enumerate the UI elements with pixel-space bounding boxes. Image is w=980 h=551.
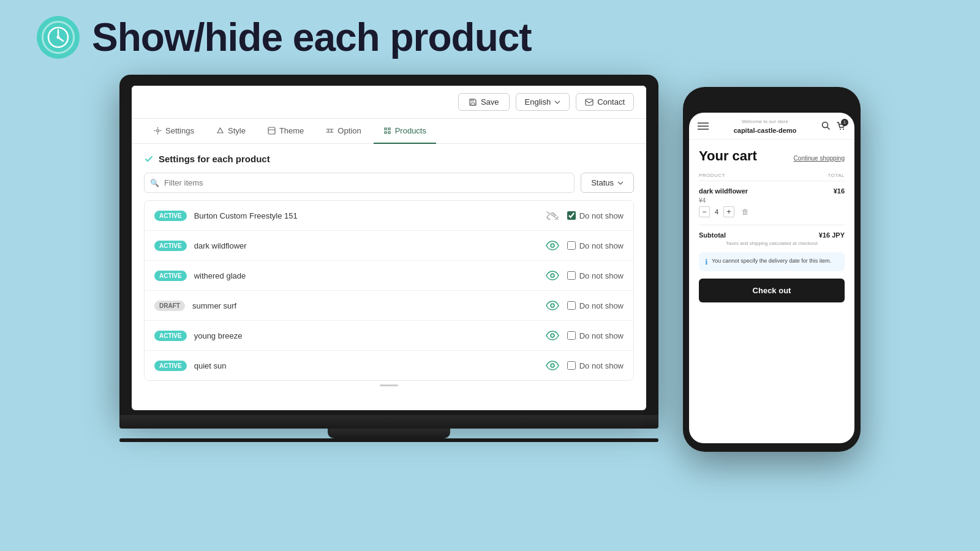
eye-slash-icon bbox=[545, 208, 560, 223]
chevron-down-icon bbox=[554, 100, 560, 104]
search-icon[interactable] bbox=[821, 121, 830, 133]
tab-settings[interactable]: Settings bbox=[144, 119, 204, 144]
do-not-show-label-4: Do not show bbox=[579, 301, 624, 310]
phone-top-bar: Welcome to our store capital-castle-demo bbox=[689, 113, 854, 140]
cart-icon[interactable]: 1 bbox=[836, 121, 846, 133]
svg-point-3 bbox=[57, 36, 60, 39]
status-label: Status bbox=[591, 178, 614, 187]
info-icon: ℹ bbox=[705, 258, 708, 266]
section-header: Settings for each product bbox=[144, 154, 634, 164]
do-not-show-label-1: Do not show bbox=[579, 211, 624, 220]
tab-theme[interactable]: Theme bbox=[258, 119, 314, 144]
table-row: ACTIVE withered glade bbox=[145, 261, 633, 291]
checkbox-3[interactable] bbox=[567, 271, 576, 280]
phone-nav-icons: 1 bbox=[821, 121, 846, 133]
do-not-show-label-3: Do not show bbox=[579, 271, 624, 280]
language-label: English bbox=[525, 97, 551, 107]
checkbox-6[interactable] bbox=[567, 361, 576, 370]
status-filter-button[interactable]: Status bbox=[581, 173, 634, 193]
cart-count: 1 bbox=[841, 119, 848, 126]
svg-rect-8 bbox=[268, 127, 275, 134]
status-badge: ACTIVE bbox=[154, 211, 187, 221]
hamburger-icon[interactable] bbox=[698, 122, 709, 133]
checkout-button[interactable]: Check out bbox=[699, 279, 845, 302]
cart-item: dark wildflower ¥16 ¥4 − 4 + 🗑 bbox=[699, 187, 845, 217]
store-info: Welcome to our store capital-castle-demo bbox=[709, 119, 821, 135]
do-not-show-checkbox-1[interactable]: Do not show bbox=[567, 211, 624, 220]
laptop-body: Save English bbox=[119, 75, 658, 415]
product-name: withered glade bbox=[194, 271, 538, 280]
search-icon: 🔍 bbox=[150, 179, 159, 187]
status-badge: ACTIVE bbox=[154, 271, 187, 281]
checkbox-1[interactable] bbox=[567, 211, 576, 220]
tab-option[interactable]: Option bbox=[316, 119, 371, 144]
checkbox-4[interactable] bbox=[567, 301, 576, 310]
chevron-down-icon bbox=[617, 181, 624, 185]
delete-item-button[interactable]: 🗑 bbox=[742, 208, 749, 216]
continue-shopping-link[interactable]: Continue shopping bbox=[794, 155, 845, 162]
eye-icon bbox=[545, 268, 560, 283]
store-name: capital-castle-demo bbox=[734, 127, 797, 134]
status-badge: ACTIVE bbox=[154, 331, 187, 341]
welcome-text: Welcome to our store bbox=[709, 119, 821, 124]
svg-point-20 bbox=[840, 129, 841, 130]
total-col-header: TOTAL bbox=[827, 173, 845, 178]
settings-icon bbox=[154, 127, 162, 135]
do-not-show-checkbox-2[interactable]: Do not show bbox=[567, 241, 624, 250]
qty-increase-button[interactable]: + bbox=[723, 206, 734, 217]
product-name: dark wildflower bbox=[194, 241, 538, 250]
language-button[interactable]: English bbox=[516, 93, 570, 111]
product-name: summer surf bbox=[192, 301, 538, 310]
save-button[interactable]: Save bbox=[458, 93, 510, 111]
theme-icon bbox=[268, 127, 276, 135]
do-not-show-checkbox-5[interactable]: Do not show bbox=[567, 331, 624, 340]
svg-rect-5 bbox=[471, 99, 473, 101]
product-name: Burton Custom Freestyle 151 bbox=[194, 211, 538, 220]
svg-line-2 bbox=[58, 37, 63, 41]
laptop-foot bbox=[119, 438, 658, 442]
main-content: Save English bbox=[0, 75, 980, 452]
filter-bar: 🔍 Status bbox=[144, 173, 634, 193]
do-not-show-checkbox-4[interactable]: Do not show bbox=[567, 301, 624, 310]
scroll-dot bbox=[380, 384, 398, 386]
status-badge: ACTIVE bbox=[154, 241, 187, 251]
svg-rect-6 bbox=[586, 99, 593, 105]
cart-item-qty-row: − 4 + 🗑 bbox=[699, 206, 845, 217]
content-area: Settings for each product 🔍 Status bbox=[132, 144, 646, 410]
svg-point-7 bbox=[157, 130, 159, 132]
page-header: Show/hide each product bbox=[0, 0, 980, 75]
option-icon bbox=[326, 127, 334, 135]
do-not-show-checkbox-6[interactable]: Do not show bbox=[567, 361, 624, 370]
tab-style-label: Style bbox=[228, 126, 246, 135]
section-title: Settings for each product bbox=[159, 154, 270, 164]
laptop-stand bbox=[328, 429, 450, 438]
subtotal-label: Subtotal bbox=[699, 231, 726, 239]
save-icon bbox=[469, 98, 477, 107]
table-row: ACTIVE Burton Custom Freestyle 151 bbox=[145, 201, 633, 231]
app-ui: Save English bbox=[132, 86, 646, 410]
phone-screen: Welcome to our store capital-castle-demo bbox=[689, 113, 854, 443]
save-label: Save bbox=[481, 97, 499, 107]
products-icon bbox=[383, 127, 391, 135]
checkbox-5[interactable] bbox=[567, 331, 576, 340]
qty-decrease-button[interactable]: − bbox=[699, 206, 710, 217]
svg-point-0 bbox=[48, 28, 68, 47]
laptop-base bbox=[119, 415, 658, 429]
search-input[interactable] bbox=[144, 173, 575, 193]
contact-button[interactable]: Contact bbox=[576, 93, 634, 111]
cart-item-variant: ¥4 bbox=[699, 197, 845, 204]
eye-icon bbox=[545, 238, 560, 253]
do-not-show-checkbox-3[interactable]: Do not show bbox=[567, 271, 624, 280]
svg-line-19 bbox=[827, 127, 829, 129]
eye-icon bbox=[545, 358, 560, 373]
svg-point-21 bbox=[843, 129, 844, 130]
do-not-show-label-5: Do not show bbox=[579, 331, 624, 340]
checkbox-2[interactable] bbox=[567, 241, 576, 250]
tab-products[interactable]: Products bbox=[374, 119, 436, 144]
table-row: ACTIVE dark wildflower bbox=[145, 231, 633, 261]
tab-style[interactable]: Style bbox=[206, 119, 255, 144]
app-icon bbox=[37, 16, 80, 59]
table-row: ACTIVE young breeze bbox=[145, 321, 633, 351]
tab-products-label: Products bbox=[395, 126, 426, 135]
cart-item-price: ¥16 bbox=[834, 187, 845, 195]
